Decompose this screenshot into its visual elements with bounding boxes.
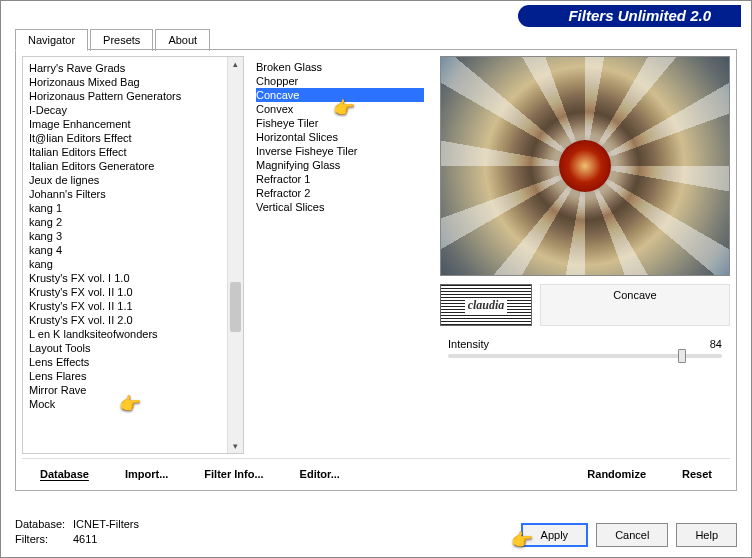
database-button[interactable]: Database [30,464,99,484]
cancel-button[interactable]: Cancel [596,523,668,547]
apply-button[interactable]: Apply [521,523,589,547]
category-item[interactable]: kang 1 [29,201,237,215]
help-button[interactable]: Help [676,523,737,547]
category-item[interactable]: kang 4 [29,243,237,257]
randomize-button[interactable]: Randomize [577,464,656,484]
filter-item[interactable]: Convex [256,102,424,116]
preview-image [440,56,730,276]
category-item[interactable]: kang 2 [29,215,237,229]
watermark-text: claudia [465,298,508,313]
category-item[interactable]: kang 3 [29,229,237,243]
tab-presets[interactable]: Presets [90,29,153,51]
filter-item[interactable]: Refractor 1 [256,172,424,186]
category-item[interactable]: Mirror Rave [29,383,237,397]
filter-item[interactable]: Concave [256,88,424,102]
category-item[interactable]: Krusty's FX vol. II 1.1 [29,299,237,313]
category-item[interactable]: Image Enhancement [29,117,237,131]
tab-navigator[interactable]: Navigator [15,29,88,51]
category-item[interactable]: Krusty's FX vol. I 1.0 [29,271,237,285]
status-filters-value: 4611 [73,532,97,547]
filter-item[interactable]: Broken Glass [256,60,424,74]
filter-item[interactable]: Chopper [256,74,424,88]
category-item[interactable]: Italian Editors Generatore [29,159,237,173]
filter-name-text: Concave [613,289,656,301]
category-item[interactable]: I-Decay [29,103,237,117]
category-item[interactable]: L en K landksiteofwonders [29,327,237,341]
filter-name-display: Concave [540,284,730,326]
filter-item[interactable]: Magnifying Glass [256,158,424,172]
filter-item[interactable]: Fisheye Tiler [256,116,424,130]
watermark-badge: claudia [440,284,532,326]
intensity-slider[interactable] [448,354,722,358]
category-list: Harry's Rave GradsHorizonaus Mixed BagHo… [22,56,244,454]
filter-list: Broken GlassChopperConcaveConvexFisheye … [250,56,430,454]
filter-item[interactable]: Vertical Slices [256,200,424,214]
category-item[interactable]: Horizonaus Mixed Bag [29,75,237,89]
status-filters-label: Filters: [15,532,73,547]
category-item[interactable]: Krusty's FX vol. II 1.0 [29,285,237,299]
parameters-area: Intensity 84 [440,334,730,454]
category-item[interactable]: Jeux de lignes [29,173,237,187]
footer: Database: ICNET-Filters Filters: 4611 Ap… [15,497,737,551]
category-item[interactable]: Lens Flares [29,369,237,383]
category-item[interactable]: Harry's Rave Grads [29,61,237,75]
dialog-buttons: Apply Cancel Help [521,523,737,547]
scrollbar[interactable]: ▴ ▾ [227,57,243,453]
category-item[interactable]: Horizonaus Pattern Generators [29,89,237,103]
main-panel: Harry's Rave GradsHorizonaus Mixed BagHo… [15,49,737,491]
filter-item[interactable]: Refractor 2 [256,186,424,200]
param-value: 84 [710,338,722,350]
tab-bar: Navigator Presets About [15,29,212,51]
filter-info-button[interactable]: Filter Info... [194,464,273,484]
category-item[interactable]: It@lian Editors Effect [29,131,237,145]
filter-item[interactable]: Inverse Fisheye Tiler [256,144,424,158]
status-db-value: ICNET-Filters [73,517,139,532]
status-db-label: Database: [15,517,73,532]
editor-button[interactable]: Editor... [290,464,350,484]
tab-about[interactable]: About [155,29,210,51]
status-area: Database: ICNET-Filters Filters: 4611 [15,517,139,547]
scroll-down-icon[interactable]: ▾ [228,439,243,453]
filter-item[interactable]: Horizontal Slices [256,130,424,144]
category-item[interactable]: Johann's Filters [29,187,237,201]
app-title: Filters Unlimited 2.0 [518,5,741,27]
scroll-thumb[interactable] [230,282,241,332]
reset-button[interactable]: Reset [672,464,722,484]
scroll-up-icon[interactable]: ▴ [228,57,243,71]
param-label: Intensity [448,338,489,350]
category-item[interactable]: Lens Effects [29,355,237,369]
category-item[interactable]: Layout Tools [29,341,237,355]
panel-button-row: Database Import... Filter Info... Editor… [22,458,730,484]
import-button[interactable]: Import... [115,464,178,484]
category-item[interactable]: Italian Editors Effect [29,145,237,159]
category-item[interactable]: Krusty's FX vol. II 2.0 [29,313,237,327]
category-item[interactable]: kang [29,257,237,271]
slider-thumb[interactable] [678,349,686,363]
category-item[interactable]: Mock [29,397,237,411]
